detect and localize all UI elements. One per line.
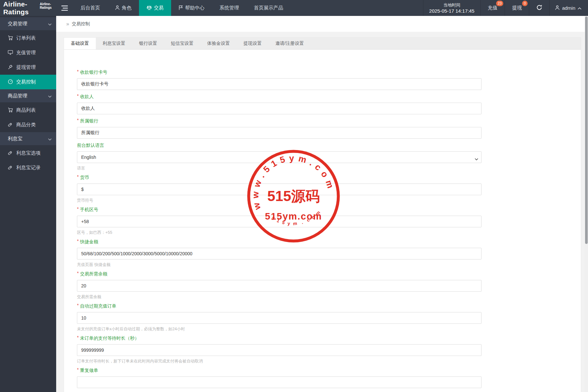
monitor-icon [8,50,13,56]
sidebar-group-interest-treasure[interactable]: 利息宝 [0,132,56,145]
tab-basic-settings[interactable]: 基础设置 [64,38,96,49]
field-bank-card-number: *收款银行卡号 [77,69,581,90]
field-label: *手机区号 [77,206,581,213]
refresh-icon [536,5,542,11]
field-label: *交易所需余额 [77,271,581,277]
required-mark: * [77,335,79,340]
nav-roles[interactable]: 角色 [107,0,139,16]
gavel-icon [8,65,13,70]
field-helper: 交易所需余额 [77,294,581,299]
field-label-text: 手机区号 [80,207,98,212]
field-label: *重复做单 [77,367,581,373]
local-time-label: 当地时间 [443,2,460,8]
field-label-text: 未订单的支付等待时长（秒） [80,335,139,341]
field-label-text: 所属银行 [80,118,98,123]
default-language-select[interactable]: English [77,151,482,163]
field-helper: 语言 [77,166,581,171]
tab-label: 提现设置 [244,41,262,46]
field-label: *自动过期充值订单 [77,303,581,309]
tab-bank-settings[interactable]: 银行设置 [132,38,164,49]
field-payee: *收款人 [77,93,581,114]
field-default-language: 前台默认语言 English 语言 [77,142,581,171]
sidebar-group-product-management[interactable]: 商品管理 [0,89,56,102]
tab-sms-settings[interactable]: 短信宝设置 [164,38,200,49]
settings-tabs: 基础设置 利息宝设置 银行设置 短信宝设置 体验金设置 提现设置 邀请/注册设置 [64,38,581,50]
nav-roles-label: 角色 [122,5,131,11]
recharge-badge: 23 [496,1,503,6]
double-chevron-icon: » [66,21,69,27]
currency-input[interactable] [77,183,482,195]
required-balance-input[interactable] [77,280,482,292]
payee-input[interactable] [77,103,482,114]
tab-withdraw-settings[interactable]: 提现设置 [237,38,269,49]
tab-label: 邀请/注册设置 [275,41,304,46]
auto-expire-orders-input[interactable] [77,312,482,324]
sidebar-item-product-list[interactable]: 商品列表 [0,103,56,118]
nav-dashboard[interactable]: 后台首页 [73,0,107,16]
topbar-right: 当地时间 2025-05-17 14:17:45 充值 23 提现 0 admi… [423,0,588,16]
bank-name-input[interactable] [77,127,482,139]
logo-superscript: Airline-Ratings [40,2,56,9]
sidebar-item-interest-records[interactable]: 利息宝记录 [0,160,56,175]
field-label: 前台默认语言 [77,142,581,148]
scrollbar-thumb[interactable] [585,17,588,244]
hamburger-menu-icon[interactable] [56,0,73,16]
field-helper: 区号，如巴西：+55 [77,230,581,235]
quick-amounts-input[interactable] [77,248,482,259]
withdraw-button[interactable]: 提现 0 [505,0,529,16]
sidebar-item-trade-control[interactable]: 交易控制 [0,75,56,89]
tab-label: 体验金设置 [207,41,230,46]
nav-dashboard-label: 后台首页 [81,5,100,11]
recharge-label: 充值 [488,5,497,11]
local-time: 当地时间 2025-05-17 14:17:45 [423,0,480,16]
nav-home-products[interactable]: 首页展示产品 [246,0,291,16]
sidebar-item-interest-options[interactable]: 利息宝选项 [0,146,56,160]
bank-card-number-input[interactable] [77,78,482,90]
payment-wait-seconds-input[interactable] [77,344,482,356]
logo: Airline-Ratings Airline-Ratings [0,0,56,16]
phone-area-code-input[interactable] [77,216,482,227]
link-icon [8,150,13,156]
sidebar-item-recharge-management[interactable]: 充值管理 [0,45,56,60]
user-menu[interactable]: admin [549,0,588,16]
field-label-text: 重复做单 [80,368,98,373]
field-label: *收款人 [77,93,581,100]
sidebar-item-order-list[interactable]: 订单列表 [0,31,56,45]
nav-trade[interactable]: 交易 [139,0,171,16]
breadcrumb-text: 交易控制 [72,21,90,27]
repeat-order-input[interactable] [77,376,482,388]
tab-trial-fund-settings[interactable]: 体验金设置 [200,38,237,49]
sidebar-group-label: 利息宝 [8,136,22,142]
sidebar-item-withdraw-management[interactable]: 提现管理 [0,60,56,75]
sidebar: 交易管理 订单列表 充值管理 提现管理 交易控制 商品管理 商品列表 [0,16,56,392]
sidebar-item-product-category[interactable]: 商品分类 [0,118,56,132]
link-icon [8,122,13,128]
required-mark: * [77,206,79,211]
field-label-text: 快捷金额 [80,239,98,244]
field-required-balance: *交易所需余额 交易所需余额 [77,271,581,299]
local-time-value: 2025-05-17 14:17:45 [429,8,474,14]
sidebar-item-label: 交易控制 [16,79,36,85]
tab-label: 银行设置 [139,41,157,46]
nav-system-label: 系统管理 [219,5,239,11]
field-helper: 未支付的充值订单x小时后自动过期，必须为整数，如24小时 [77,326,581,332]
sidebar-group-trade-management[interactable]: 交易管理 [0,17,56,30]
nav-help-center[interactable]: 帮助中心 [171,0,212,16]
sidebar-item-label: 利息宝选项 [16,150,41,156]
vertical-scrollbar[interactable] [585,16,588,392]
sidebar-group-label: 交易管理 [8,21,27,27]
refresh-button[interactable] [529,0,549,16]
top-nav: 后台首页 角色 交易 帮助中心 系统管理 首页展示产品 [73,0,291,16]
scales-icon [146,5,152,11]
tab-interest-settings[interactable]: 利息宝设置 [96,38,132,49]
recharge-button[interactable]: 充值 23 [480,0,505,16]
topbar: Airline-Ratings Airline-Ratings 后台首页 角色 … [0,0,588,16]
field-currency: *货币 货币符号 [77,174,581,203]
flag-icon [179,5,183,11]
tab-invite-register-settings[interactable]: 邀请/注册设置 [269,38,311,49]
nav-system[interactable]: 系统管理 [212,0,246,16]
sidebar-item-label: 利息宝记录 [16,165,41,171]
field-label: *货币 [77,174,581,181]
withdraw-label: 提现 [512,5,522,11]
sidebar-item-label: 提现管理 [16,64,36,70]
